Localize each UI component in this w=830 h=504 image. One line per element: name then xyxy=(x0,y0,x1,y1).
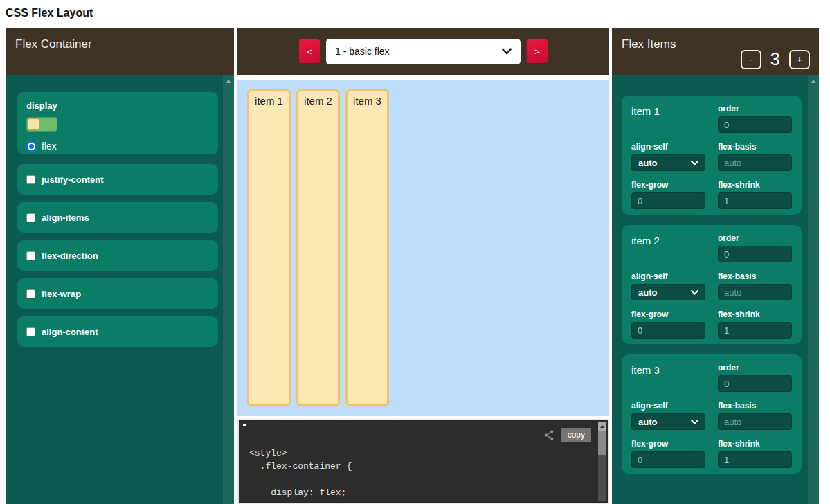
justify-content-checkbox[interactable] xyxy=(26,175,35,184)
code-line: display: flex; xyxy=(249,486,352,499)
code-toolbar: copy xyxy=(543,428,591,442)
item-card-title: item 2 xyxy=(631,233,705,262)
order-input[interactable] xyxy=(718,246,792,262)
flex-shrink-input[interactable] xyxy=(718,192,792,209)
align-self-value: auto xyxy=(638,287,657,298)
flex-basis-label: flex-basis xyxy=(718,401,792,411)
display-label: display xyxy=(26,100,209,111)
flex-basis-input[interactable] xyxy=(718,413,792,430)
flex-shrink-label: flex-shrink xyxy=(718,439,792,449)
sample-nav-header: < 1 - basic flex > xyxy=(237,28,609,75)
order-label: order xyxy=(718,363,792,372)
align-self-value: auto xyxy=(638,417,657,427)
flex-grow-field: flex-grow xyxy=(631,439,705,468)
flex-preview-container: item 1 item 2 item 3 xyxy=(237,80,609,416)
align-self-label: align-self xyxy=(631,271,705,281)
align-items-checkbox[interactable] xyxy=(26,213,35,222)
flex-basis-label: flex-basis xyxy=(718,271,792,281)
share-icon[interactable] xyxy=(543,429,555,441)
order-field: order xyxy=(718,363,792,392)
property-card-flex-direction[interactable]: flex-direction xyxy=(17,240,218,271)
copy-button[interactable]: copy xyxy=(561,428,591,442)
increase-items-button[interactable]: + xyxy=(789,50,810,69)
flex-item: item 2 xyxy=(296,89,340,406)
flex-grow-input[interactable] xyxy=(631,192,705,209)
chevron-down-icon xyxy=(502,48,512,55)
align-content-checkbox[interactable] xyxy=(26,327,35,336)
property-label: align-content xyxy=(42,327,98,337)
sample-select[interactable]: 1 - basic flex xyxy=(326,39,521,64)
flex-wrap-checkbox[interactable] xyxy=(26,289,35,298)
flex-radio-row: flex xyxy=(26,141,209,152)
align-self-field: align-self auto xyxy=(631,271,705,300)
order-input[interactable] xyxy=(718,375,792,392)
property-label: align-items xyxy=(42,213,89,223)
item-card-title: item 1 xyxy=(631,104,705,133)
flex-container-title: Flex Container xyxy=(15,37,92,51)
flex-items-body: item 1 order align-self auto flex-basis xyxy=(612,75,819,504)
align-self-select[interactable]: auto xyxy=(631,154,705,171)
flex-basis-input[interactable] xyxy=(718,284,792,300)
flex-container-panel: Flex Container display flex justify-cont… xyxy=(6,28,234,504)
flex-grow-field: flex-grow xyxy=(631,309,705,339)
code-scrollbar-thumb[interactable] xyxy=(598,431,606,455)
property-card-align-content[interactable]: align-content xyxy=(17,316,218,347)
item-card-1: item 1 order align-self auto flex-basis xyxy=(622,96,802,215)
flex-basis-input[interactable] xyxy=(718,154,792,171)
flex-item: item 3 xyxy=(345,89,389,406)
property-card-justify-content[interactable]: justify-content xyxy=(17,164,218,195)
flex-basis-field: flex-basis xyxy=(718,401,792,430)
flex-radio-label: flex xyxy=(42,141,57,152)
order-input[interactable] xyxy=(718,116,792,133)
flex-shrink-label: flex-shrink xyxy=(718,180,792,190)
item-card-title: item 3 xyxy=(631,363,705,392)
flex-grow-field: flex-grow xyxy=(631,180,705,209)
chevron-down-icon xyxy=(691,161,698,165)
flex-shrink-label: flex-shrink xyxy=(718,309,792,319)
flex-container-body: display flex justify-content align-items… xyxy=(6,75,234,504)
property-card-align-items[interactable]: align-items xyxy=(17,202,218,233)
flex-shrink-input[interactable] xyxy=(718,322,792,339)
flex-grow-label: flex-grow xyxy=(631,439,705,449)
flex-grow-label: flex-grow xyxy=(631,180,705,190)
display-card: display flex xyxy=(17,92,218,154)
code-panel-dot xyxy=(243,424,246,426)
display-toggle[interactable] xyxy=(26,117,57,132)
prev-sample-button[interactable]: < xyxy=(299,39,320,63)
chevron-down-icon xyxy=(691,290,698,295)
scroll-up-icon[interactable] xyxy=(226,80,231,83)
code-line: <style> xyxy=(249,447,352,460)
decrease-items-button[interactable]: - xyxy=(741,50,761,69)
flex-item: item 1 xyxy=(247,89,291,406)
container-panel-scrollbar[interactable] xyxy=(223,75,234,504)
order-label: order xyxy=(718,104,792,114)
code-area: <style> .flex-container { display: flex; xyxy=(249,447,352,499)
flex-direction-checkbox[interactable] xyxy=(26,251,35,260)
flex-grow-label: flex-grow xyxy=(631,309,705,319)
flex-items-header: Flex Items - 3 + xyxy=(612,28,819,75)
property-label: flex-direction xyxy=(42,251,98,261)
code-scrollbar[interactable] xyxy=(598,422,606,501)
items-panel-scrollbar[interactable] xyxy=(808,75,819,504)
flex-grow-input[interactable] xyxy=(631,322,705,339)
order-field: order xyxy=(718,104,792,133)
flex-shrink-input[interactable] xyxy=(718,451,792,468)
scroll-up-icon[interactable] xyxy=(598,422,606,431)
align-self-select[interactable]: auto xyxy=(631,284,705,300)
order-label: order xyxy=(718,233,792,243)
scroll-up-icon[interactable] xyxy=(811,80,816,83)
items-count: 3 xyxy=(770,48,780,70)
align-self-field: align-self auto xyxy=(631,401,705,430)
chevron-down-icon xyxy=(691,420,698,424)
flex-grow-input[interactable] xyxy=(631,451,705,468)
code-panel: copy <style> .flex-container { display: … xyxy=(237,419,609,504)
align-self-field: align-self auto xyxy=(631,142,705,171)
toggle-knob-icon xyxy=(28,118,39,130)
flex-container-header: Flex Container xyxy=(6,28,234,75)
next-sample-button[interactable]: > xyxy=(527,39,548,63)
flex-basis-label: flex-basis xyxy=(718,142,792,152)
code-line: .flex-container { xyxy=(249,460,352,473)
flex-radio[interactable] xyxy=(26,141,37,152)
property-card-flex-wrap[interactable]: flex-wrap xyxy=(17,278,218,309)
align-self-select[interactable]: auto xyxy=(631,413,705,430)
